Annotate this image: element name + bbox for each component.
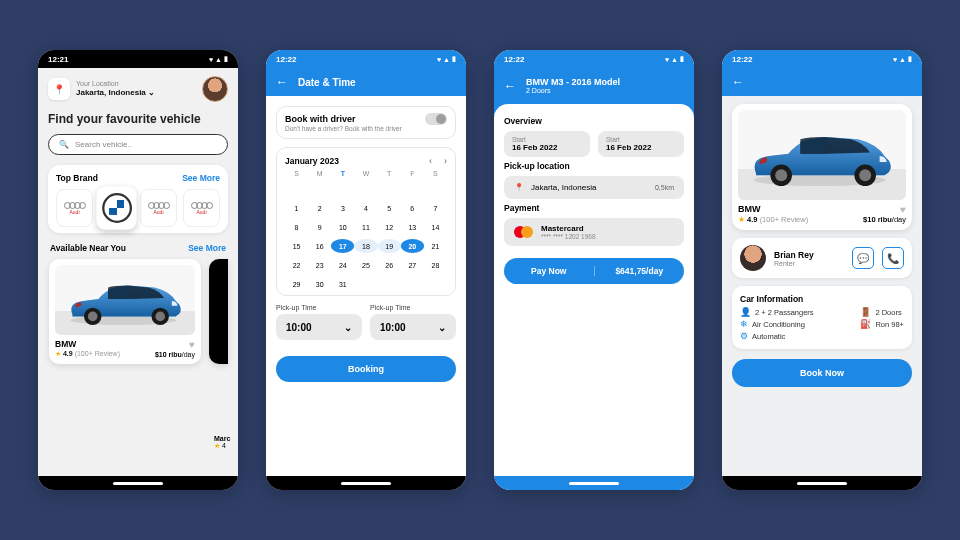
status-icons: ♥▲▮ — [437, 55, 456, 63]
brand-item-audi[interactable]: Audi — [140, 189, 177, 227]
heart-icon[interactable]: ♥ — [189, 339, 195, 350]
cal-day[interactable]: 5 — [378, 201, 401, 215]
pickup-end-select[interactable]: 10:00 ⌄ — [370, 314, 456, 340]
car-shelf[interactable]: BMW ♥ ★ 4.9 (100+ Review) $10 ribu/day — [49, 259, 228, 364]
car-card[interactable]: BMW ♥ ★ 4.9 (100+ Review) $10 ribu/day — [49, 259, 201, 364]
car-name: BMW — [738, 204, 761, 215]
cal-day[interactable]: 3 — [331, 201, 354, 215]
status-time: 12:21 — [48, 55, 68, 64]
cal-day[interactable]: 14 — [424, 220, 447, 234]
start-date-box[interactable]: Start 16 Feb 2022 — [504, 131, 590, 157]
location-block[interactable]: Your Location Jakarta, Indonesia ⌄ — [76, 80, 196, 98]
chat-button[interactable]: 💬 — [852, 247, 874, 269]
search-input[interactable]: 🔍 Search vehicle.. — [48, 134, 228, 155]
brand-item-audi[interactable]: Audi — [183, 189, 220, 227]
see-more-link[interactable]: See More — [182, 173, 220, 183]
cal-day[interactable]: 4 — [354, 201, 377, 215]
top-brand-title: Top Brand — [56, 173, 98, 183]
status-time: 12:22 — [276, 55, 296, 64]
pickup-start-select[interactable]: 10:00 ⌄ — [276, 314, 362, 340]
cal-day[interactable]: 31 — [331, 277, 354, 291]
calendar-grid[interactable]: SMTWTFS123456789101112131415161718192021… — [285, 170, 447, 291]
heart-icon[interactable]: ♥ — [900, 204, 906, 215]
driver-toggle[interactable] — [425, 113, 447, 125]
person-icon: 👤 — [740, 307, 751, 317]
top-brand-panel: Top Brand See More Audi Audi Audi — [48, 165, 228, 233]
cal-day[interactable]: 7 — [424, 201, 447, 215]
payment-card[interactable]: Mastercard **** **** 1202 1968 — [504, 218, 684, 246]
cal-day[interactable]: 8 — [285, 220, 308, 234]
brand-item-bmw[interactable] — [96, 186, 136, 230]
cal-day[interactable]: 19 — [378, 239, 401, 253]
cal-day[interactable]: 26 — [378, 258, 401, 272]
cal-day[interactable]: 18 — [354, 239, 377, 253]
cal-day[interactable]: 16 — [308, 239, 331, 253]
back-icon[interactable]: ← — [504, 79, 516, 93]
search-placeholder: Search vehicle.. — [75, 140, 132, 149]
brand-item-audi[interactable]: Audi — [56, 189, 93, 227]
end-date-box[interactable]: Start 16 Feb 2022 — [598, 131, 684, 157]
star-icon: ★ — [738, 215, 745, 224]
fuel-icon: ⛽ — [860, 319, 871, 329]
driver-toggle-card: Book with driver Don't have a driver? Bo… — [276, 106, 456, 139]
cal-day[interactable]: 24 — [331, 258, 354, 272]
location-pin-icon[interactable]: 📍 — [48, 78, 70, 100]
renter-card: Brian Rey Renter 💬 📞 — [732, 238, 912, 278]
back-icon[interactable]: ← — [732, 75, 744, 89]
pay-now-button[interactable]: Pay Now $641,75/day — [504, 258, 684, 284]
cal-day[interactable]: 23 — [308, 258, 331, 272]
booking-button[interactable]: Booking — [276, 356, 456, 382]
pickup-location-card[interactable]: 📍 Jakarta, Indonesia 0,5km — [504, 176, 684, 199]
cal-day[interactable]: 2 — [308, 201, 331, 215]
cal-weekday: M — [308, 170, 331, 177]
car-card-peek[interactable] — [209, 259, 228, 364]
cal-day[interactable]: 1 — [285, 201, 308, 215]
cal-day[interactable]: 22 — [285, 258, 308, 272]
cal-day[interactable]: 15 — [285, 239, 308, 253]
snowflake-icon: ❄ — [740, 319, 748, 329]
pickup-distance: 0,5km — [655, 184, 674, 191]
cal-day[interactable]: 28 — [424, 258, 447, 272]
cal-day[interactable]: 12 — [378, 220, 401, 234]
cal-day[interactable]: 13 — [401, 220, 424, 234]
cal-day[interactable]: 20 — [401, 239, 424, 253]
avatar[interactable] — [202, 76, 228, 102]
back-icon[interactable]: ← — [276, 75, 288, 89]
pickup-end-label: Pick-up Time — [370, 304, 456, 311]
call-button[interactable]: 📞 — [882, 247, 904, 269]
status-bar: 12:22 ♥▲▮ — [266, 50, 466, 68]
chevron-down-icon: ⌄ — [438, 322, 446, 333]
payment-title: Payment — [504, 203, 684, 213]
car-info-card: Car Information 👤2 + 2 Passangers ❄Air C… — [732, 286, 912, 349]
cal-weekday: W — [354, 170, 377, 177]
cal-day[interactable]: 10 — [331, 220, 354, 234]
status-bar: 12:22 ♥▲▮ — [494, 50, 694, 68]
cal-prev-icon[interactable]: ‹ — [429, 156, 432, 166]
car-hero-card: BMW ♥ ★ 4.9 (100+ Review) $10 ribu/day — [732, 104, 912, 230]
chevron-down-icon: ⌄ — [344, 322, 352, 333]
status-bar: 12:22 ♥▲▮ — [722, 50, 922, 68]
cal-day[interactable]: 30 — [308, 277, 331, 291]
app-bar: ← BMW M3 - 2016 Model 2 Doors — [494, 68, 694, 104]
cal-day[interactable]: 9 — [308, 220, 331, 234]
pickup-start-label: Pick-up Time — [276, 304, 362, 311]
cal-day[interactable]: 17 — [331, 239, 354, 253]
renter-avatar[interactable] — [740, 245, 766, 271]
cal-day — [378, 182, 401, 196]
cal-day[interactable]: 25 — [354, 258, 377, 272]
screen-checkout: 12:22 ♥▲▮ ← BMW M3 - 2016 Model 2 Doors … — [494, 50, 694, 490]
cal-day[interactable]: 6 — [401, 201, 424, 215]
cal-day[interactable]: 29 — [285, 277, 308, 291]
cal-day[interactable]: 27 — [401, 258, 424, 272]
car-rating: 4.9 — [63, 350, 73, 357]
cal-weekday: S — [285, 170, 308, 177]
see-more-link[interactable]: See More — [188, 243, 226, 253]
car-name: BMW — [55, 339, 76, 350]
book-now-button[interactable]: Book Now — [732, 359, 912, 387]
star-icon: ★ — [55, 350, 61, 357]
cal-day — [285, 182, 308, 196]
chevron-down-icon: ⌄ — [148, 88, 155, 97]
cal-next-icon[interactable]: › — [444, 156, 447, 166]
cal-day[interactable]: 21 — [424, 239, 447, 253]
cal-day[interactable]: 11 — [354, 220, 377, 234]
